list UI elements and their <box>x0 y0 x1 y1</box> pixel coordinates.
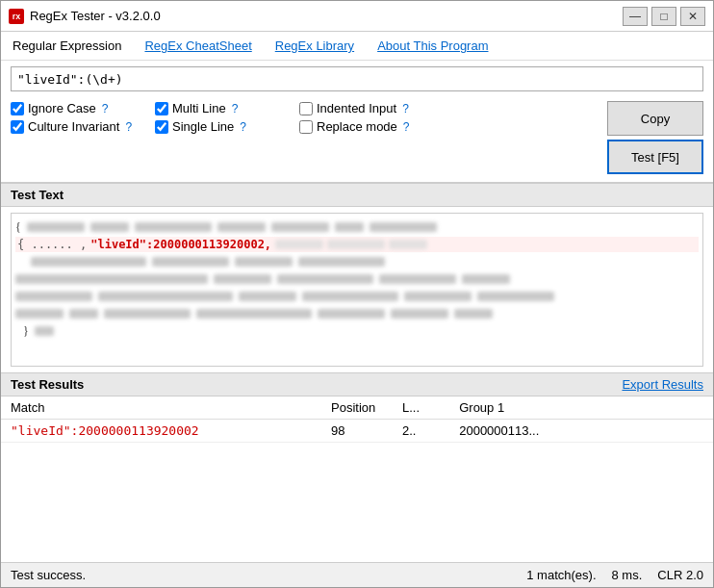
option-multi-line: Multi Line ? <box>155 101 299 115</box>
about-link[interactable]: About This Program <box>377 38 488 53</box>
copy-button[interactable]: Copy <box>607 101 703 136</box>
highlight-match: "liveId":2000000113920002, <box>90 238 271 251</box>
window-title: RegEx Tester - v3.2.0.0 <box>30 9 161 23</box>
option-single-line: Single Line ? <box>155 119 299 134</box>
single-line-help[interactable]: ? <box>240 120 246 134</box>
status-text: Test success. <box>11 568 86 582</box>
action-buttons: Copy Test [F5] <box>607 101 703 174</box>
regex-area <box>1 61 713 97</box>
close-button[interactable]: ✕ <box>680 7 705 26</box>
col-header-length: L... <box>393 396 449 420</box>
clr-version: CLR 2.0 <box>657 568 703 582</box>
ignore-case-checkbox[interactable] <box>11 102 24 115</box>
menu-regex-label: Regular Expression <box>13 38 121 53</box>
title-bar-left: rx RegEx Tester - v3.2.0.0 <box>9 9 161 24</box>
ignore-case-label: Ignore Case <box>28 101 96 115</box>
prefix-text: { ...... , <box>17 238 87 251</box>
culture-invariant-help[interactable]: ? <box>125 120 132 134</box>
results-header-label: Test Results <box>11 377 84 392</box>
single-line-checkbox[interactable] <box>155 120 168 134</box>
text-line-3 <box>15 254 699 269</box>
text-line-6 <box>15 306 699 321</box>
options-row-2: Culture Invariant ? Single Line ? Replac… <box>11 119 592 134</box>
text-line-2: { ...... , "liveId":2000000113920002, <box>15 237 699 252</box>
option-ignore-case: Ignore Case ? <box>11 101 155 115</box>
cheatsheet-link[interactable]: RegEx CheatSheet <box>144 38 251 53</box>
execution-time: 8 ms. <box>612 568 643 582</box>
col-header-group1: Group 1 <box>449 396 713 420</box>
minimize-button[interactable]: — <box>623 7 648 26</box>
multi-line-label: Multi Line <box>172 101 226 115</box>
table-row: "liveId":2000000113920002 98 2.. 2000000… <box>1 420 713 443</box>
test-text-area[interactable]: { { ...... , "liveId":2000000113920002, <box>11 213 703 367</box>
position-value: 98 <box>321 420 393 443</box>
match-value: "liveId":2000000113920002 <box>1 420 321 443</box>
culture-invariant-label: Culture Invariant <box>28 119 119 134</box>
indented-input-label: Indented Input <box>317 101 396 115</box>
results-table: Match Position L... Group 1 "liveId":200… <box>1 396 713 443</box>
results-header: Test Results Export Results <box>1 372 713 396</box>
indented-input-checkbox[interactable] <box>299 102 313 115</box>
option-replace-mode: Replace mode ? <box>299 119 444 134</box>
title-bar: rx RegEx Tester - v3.2.0.0 — □ ✕ <box>1 1 713 32</box>
match-count: 1 match(es). <box>526 568 596 582</box>
test-text-header: Test Text <box>1 183 713 207</box>
export-results-link[interactable]: Export Results <box>622 377 703 392</box>
app-icon: rx <box>9 9 24 24</box>
maximize-button[interactable]: □ <box>651 7 676 26</box>
options-row-1: Ignore Case ? Multi Line ? Indented Inpu… <box>11 101 592 115</box>
status-bar: Test success. 1 match(es). 8 ms. CLR 2.0 <box>1 562 713 587</box>
title-bar-controls: — □ ✕ <box>623 7 705 26</box>
regex-input[interactable] <box>11 66 703 91</box>
text-line-4 <box>15 271 699 287</box>
test-text-section: Test Text { { ...... , "liveId":20000001… <box>1 183 713 372</box>
multi-line-checkbox[interactable] <box>155 102 168 115</box>
options-columns: Ignore Case ? Multi Line ? Indented Inpu… <box>11 101 592 174</box>
replace-mode-checkbox[interactable] <box>299 120 313 134</box>
single-line-label: Single Line <box>172 119 234 134</box>
text-line-1: { <box>15 219 699 235</box>
option-culture-invariant: Culture Invariant ? <box>11 119 155 134</box>
col-header-match: Match <box>1 396 321 420</box>
test-button[interactable]: Test [F5] <box>607 140 703 174</box>
main-window: rx RegEx Tester - v3.2.0.0 — □ ✕ Regular… <box>0 0 714 588</box>
library-link[interactable]: RegEx Library <box>275 38 354 53</box>
length-value: 2.. <box>393 420 449 443</box>
replace-mode-label: Replace mode <box>317 119 397 134</box>
text-line-7: } <box>15 323 699 339</box>
menu-bar: Regular Expression RegEx CheatSheet RegE… <box>1 32 713 61</box>
group1-value: 2000000113... <box>449 420 713 443</box>
indented-input-help[interactable]: ? <box>402 102 409 115</box>
status-right: 1 match(es). 8 ms. CLR 2.0 <box>526 568 703 582</box>
replace-mode-help[interactable]: ? <box>403 120 410 134</box>
app-icon-label: rx <box>13 12 21 21</box>
multi-line-help[interactable]: ? <box>232 102 239 115</box>
results-table-header-row: Match Position L... Group 1 <box>1 396 713 420</box>
option-indented-input: Indented Input ? <box>299 101 444 115</box>
options-area: Ignore Case ? Multi Line ? Indented Inpu… <box>1 97 713 183</box>
culture-invariant-checkbox[interactable] <box>11 120 24 134</box>
ignore-case-help[interactable]: ? <box>102 102 109 115</box>
results-section: Test Results Export Results Match Positi… <box>1 372 713 562</box>
col-header-position: Position <box>321 396 393 420</box>
text-line-5 <box>15 289 699 304</box>
